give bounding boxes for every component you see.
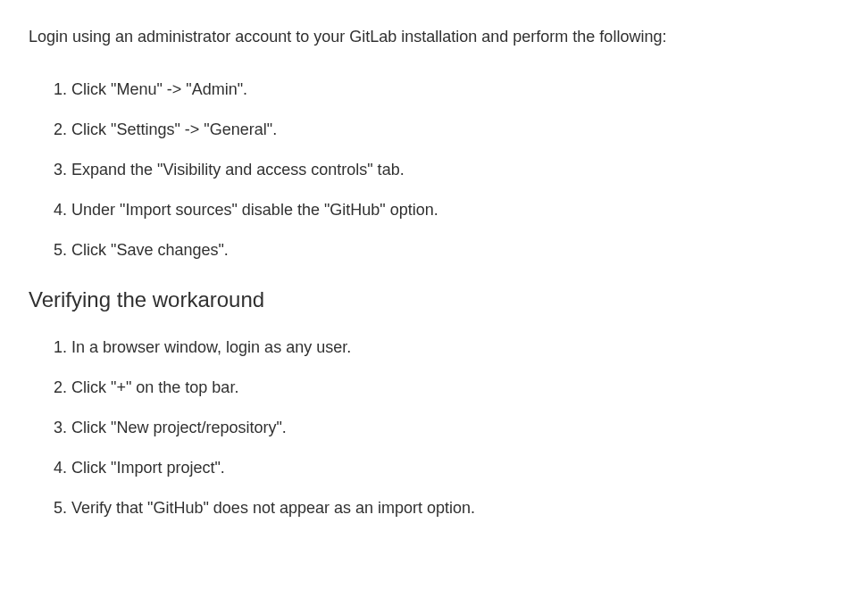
step-2: Click "Settings" -> "General". (71, 118, 839, 142)
step-4: Under "Import sources" disable the "GitH… (71, 198, 839, 222)
verify-step-4: Click "Import project". (71, 456, 839, 480)
verify-step-5: Verify that "GitHub" does not appear as … (71, 496, 839, 520)
intro-text: Login using an administrator account to … (29, 25, 839, 49)
step-1: Click "Menu" -> "Admin". (71, 78, 839, 102)
workaround-steps: Click "Menu" -> "Admin". Click "Settings… (29, 78, 839, 262)
step-3: Expand the "Visibility and access contro… (71, 158, 839, 182)
verify-steps: In a browser window, login as any user. … (29, 336, 839, 520)
verify-step-3: Click "New project/repository". (71, 416, 839, 440)
verify-heading: Verifying the workaround (29, 284, 839, 316)
verify-step-2: Click "+" on the top bar. (71, 376, 839, 400)
step-5: Click "Save changes". (71, 238, 839, 262)
verify-step-1: In a browser window, login as any user. (71, 336, 839, 360)
